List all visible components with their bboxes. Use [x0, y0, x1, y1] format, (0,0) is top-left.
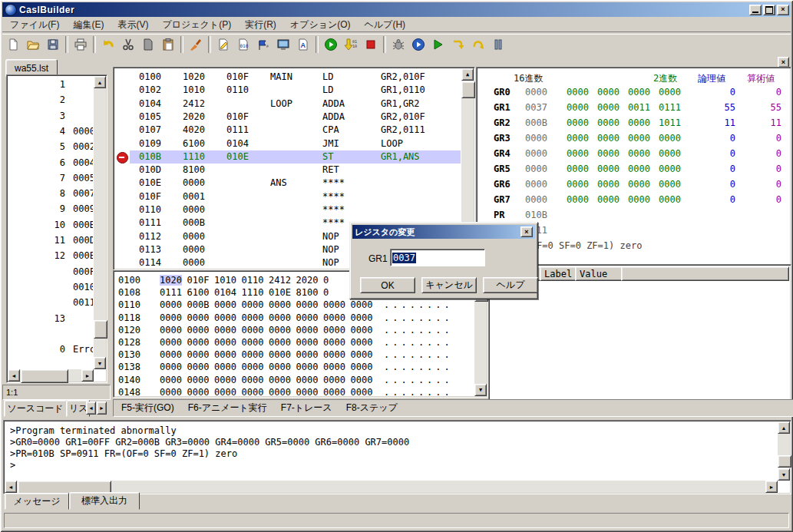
new-file-icon[interactable] [3, 35, 23, 55]
listing-row[interactable]: 60004 [8, 157, 93, 173]
workspace-close-button[interactable]: × [778, 57, 789, 68]
listing-row[interactable]: 0010 [8, 282, 93, 297]
build-icon[interactable] [253, 35, 273, 55]
text-view-icon[interactable]: A [293, 35, 313, 55]
listing-row[interactable]: 13 [8, 313, 93, 329]
console-hscrollbar[interactable]: ◄ ► [5, 481, 778, 493]
code-row[interactable]: 010961000104JMILOOP [115, 138, 461, 151]
memory-row[interactable]: 013000000000000000000000000000000000....… [115, 349, 474, 362]
code-row[interactable]: 010210100110LDGR1,0110 [115, 84, 461, 97]
trace-icon[interactable] [448, 35, 468, 55]
register-row[interactable]: GR00000000000000000000000 [478, 87, 789, 102]
breakpoint-icon[interactable] [117, 152, 128, 164]
help-button[interactable]: ヘルプ [483, 277, 538, 293]
code-row[interactable]: 010740200111CPAGR2,0111 [115, 124, 461, 137]
scroll-up-button[interactable]: ▲ [94, 76, 106, 88]
scroll-down-button[interactable]: ▼ [474, 384, 487, 396]
edit-source-icon[interactable] [213, 35, 233, 55]
memory-row[interactable]: 013800000000000000000000000000000000....… [115, 362, 474, 374]
listing-row[interactable]: 11000D [8, 235, 93, 250]
listing-row[interactable]: 0011 [8, 297, 93, 312]
listing-vscrollbar[interactable]: ▲ ▼ [94, 76, 106, 369]
listing-row[interactable]: 2 [8, 94, 93, 110]
watch-header-label[interactable]: Label [540, 266, 579, 281]
code-row[interactable]: 010E0000ANS**** [115, 177, 461, 190]
scroll-up-button[interactable]: ▲ [778, 421, 790, 434]
maximize-button[interactable] [763, 5, 775, 15]
listing-row[interactable]: 90009 [8, 203, 93, 219]
register-row[interactable]: GR2000B00000000000010111111 [478, 117, 789, 133]
console-output[interactable]: >Program terminated abnormally>GR0=0000 … [5, 422, 777, 480]
copy-icon[interactable] [138, 35, 158, 55]
assemble-icon[interactable] [186, 35, 206, 55]
listing-row[interactable]: 000F [8, 266, 93, 282]
memory-row[interactable]: 011800000000000000000000000000000000....… [115, 312, 474, 325]
tab-messages[interactable]: メッセージ [5, 493, 69, 510]
menu-item-2[interactable]: 編集(E) [66, 18, 111, 32]
stop-icon[interactable] [361, 35, 381, 55]
memory-row[interactable]: 014800000000000000000000000000000000....… [115, 387, 474, 395]
scroll-left-button[interactable]: ◄ [8, 369, 20, 382]
tab-scroll-left-button[interactable]: ◄ [86, 401, 96, 415]
listing-hscrollbar[interactable]: ◄ ► [8, 369, 94, 382]
scroll-right-button[interactable]: ► [765, 481, 778, 493]
scroll-down-button[interactable]: ▼ [778, 468, 790, 481]
pause-icon[interactable] [488, 35, 508, 55]
resume-icon[interactable] [408, 35, 428, 55]
menu-item-3[interactable]: 表示(V) [111, 18, 155, 32]
code-row[interactable]: 01100000**** [115, 204, 461, 217]
go-icon[interactable] [428, 35, 448, 55]
step-over-icon[interactable] [468, 35, 488, 55]
print-icon[interactable] [71, 35, 91, 55]
tab-source-code[interactable]: ソースコード [4, 400, 67, 417]
run-icon[interactable] [321, 35, 341, 55]
memory-row[interactable]: 01100000000B000000000000000000000000....… [115, 299, 474, 312]
scrollbar-thumb[interactable] [21, 369, 68, 383]
register-row[interactable]: GR50000000000000000000000 [478, 164, 789, 179]
listing-row[interactable]: 50002 [8, 141, 93, 157]
watch-header-value[interactable]: Value [575, 266, 625, 281]
listing-row[interactable]: 3 [8, 111, 93, 126]
code-row[interactable]: 01052020010FADDAGR2,010F [115, 111, 461, 124]
menu-item-1[interactable]: ファイル(F) [3, 18, 66, 32]
menu-item-5[interactable]: 実行(R) [238, 18, 283, 32]
listing-row[interactable]: 70005 [8, 173, 93, 188]
console-vscrollbar[interactable]: ▲ ▼ [778, 421, 790, 481]
open-file-icon[interactable] [23, 35, 43, 55]
code-row[interactable]: 010F0001**** [115, 191, 461, 204]
listing-row[interactable]: 40000 [8, 126, 93, 141]
register-row[interactable]: GR60000000000000000000000 [478, 179, 789, 194]
minimize-button[interactable] [749, 5, 762, 15]
memory-row[interactable]: 012800000000000000000000000000000000....… [115, 337, 474, 349]
object-code-icon[interactable]: 010 [233, 35, 253, 55]
scrollbar-thumb[interactable] [461, 81, 475, 98]
listing-row[interactable] [8, 329, 93, 344]
menu-item-6[interactable]: オプション(O) [283, 18, 358, 32]
ok-button[interactable]: OK [360, 277, 415, 293]
paste-icon[interactable] [158, 35, 178, 55]
code-row[interactable]: 010B1110010ESTGR1,ANS [115, 151, 461, 164]
scroll-down-button[interactable]: ▼ [94, 357, 106, 369]
undo-icon[interactable] [98, 35, 118, 55]
cut-icon[interactable] [118, 35, 138, 55]
memory-row[interactable]: 014000000000000000000000000000000000....… [115, 375, 474, 387]
listing-row[interactable]: 10000B [8, 220, 93, 235]
listing-row[interactable]: 0Errc [8, 344, 93, 359]
memory-row[interactable]: 012000000000000000000000000000000000....… [115, 325, 474, 337]
scroll-right-button[interactable]: ► [81, 369, 94, 382]
register-row[interactable]: GR40000000000000000000000 [478, 148, 789, 164]
dialog-close-button[interactable]: × [520, 226, 533, 237]
scroll-up-button[interactable]: ▲ [461, 68, 474, 81]
close-button[interactable]: × [777, 5, 789, 15]
code-row[interactable]: 010D8100RET [115, 164, 461, 177]
listing-row[interactable]: 12000E [8, 250, 93, 266]
code-row[interactable]: 01001020010FMAINLDGR2,010F [115, 71, 461, 84]
listing-row[interactable]: 1 [8, 79, 93, 94]
step-binary-icon[interactable]: 0110 [341, 35, 361, 55]
menu-item-7[interactable]: ヘルプ(H) [358, 18, 413, 32]
tab-standard-io[interactable]: 標準入出力 [69, 492, 140, 510]
console-view-icon[interactable] [273, 35, 293, 55]
tab-scroll-right-button[interactable]: ► [97, 401, 107, 415]
register-row[interactable]: GR1003700000000001101115555 [478, 102, 789, 117]
scrollbar-thumb[interactable] [778, 455, 791, 468]
